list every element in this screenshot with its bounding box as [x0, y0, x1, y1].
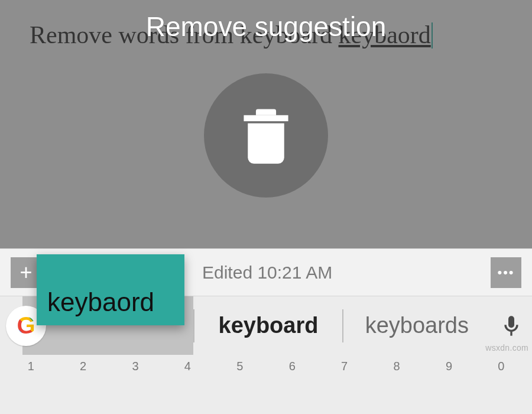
key-9[interactable]: 9 — [423, 360, 475, 414]
dragged-suggestion-chip[interactable]: keybaord — [37, 254, 184, 325]
key-6[interactable]: 6 — [266, 360, 318, 414]
trash-drop-target[interactable] — [204, 73, 328, 198]
more-menu-button[interactable]: ••• — [491, 257, 521, 288]
more-icon: ••• — [497, 265, 514, 280]
screen-root: Remove words from keyboard keybaord Remo… — [0, 0, 532, 414]
key-0[interactable]: 0 — [475, 360, 527, 414]
voice-input-button[interactable] — [491, 314, 532, 338]
key-3[interactable]: 3 — [109, 360, 161, 414]
edited-timestamp: Edited 10:21 AM — [202, 263, 332, 283]
overlay-title: Remove suggestion — [146, 11, 387, 43]
suggestion-center[interactable]: keyboard — [194, 296, 342, 355]
keyboard-number-row: 1 2 3 4 5 6 7 8 9 0 — [0, 355, 532, 414]
dragged-suggestion-label: keybaord — [47, 287, 154, 317]
suggestion-right[interactable]: keyboards — [343, 296, 491, 355]
key-4[interactable]: 4 — [161, 360, 213, 414]
svg-rect-0 — [510, 332, 512, 336]
plus-icon: + — [20, 260, 32, 285]
suggestion-right-label: keyboards — [365, 313, 469, 338]
key-1[interactable]: 1 — [5, 360, 57, 414]
suggestion-center-label: keyboard — [219, 313, 319, 338]
remove-suggestion-overlay: Remove suggestion — [0, 0, 532, 248]
key-2[interactable]: 2 — [57, 360, 109, 414]
trash-icon — [242, 107, 290, 164]
key-7[interactable]: 7 — [318, 360, 370, 414]
key-5[interactable]: 5 — [214, 360, 266, 414]
key-8[interactable]: 8 — [371, 360, 423, 414]
mic-icon — [499, 314, 523, 338]
watermark: wsxdn.com — [485, 343, 528, 352]
google-icon: G — [17, 312, 35, 339]
